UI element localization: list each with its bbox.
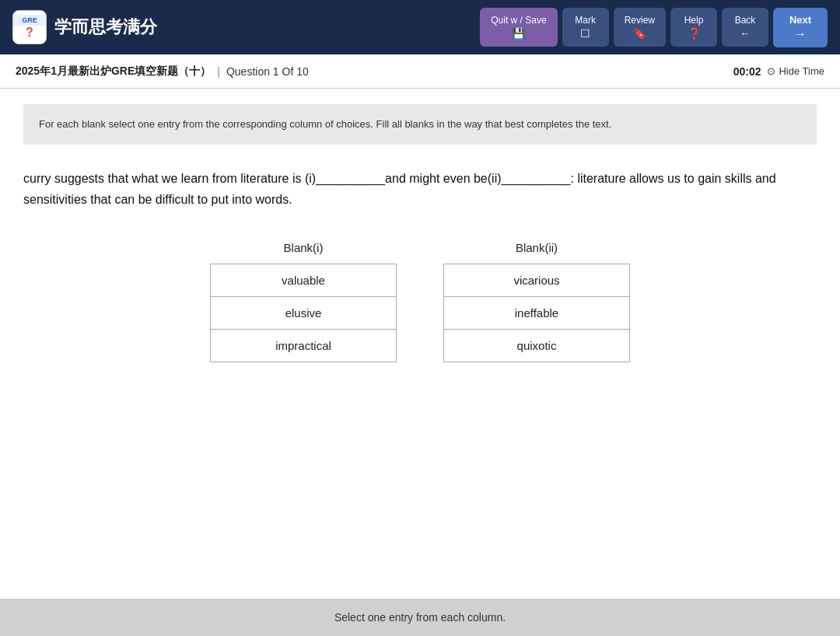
clock-icon: ⊙ xyxy=(767,65,775,77)
timer-display: 00:02 xyxy=(733,65,761,78)
back-arrow-icon: ← xyxy=(740,27,751,40)
help-button[interactable]: Help ❓ xyxy=(670,8,717,47)
review-button[interactable]: Review 🔖 xyxy=(614,8,666,47)
mark-label: Mark xyxy=(575,15,596,26)
next-button[interactable]: Next → xyxy=(773,8,828,47)
blank-i-options: valuable elusive impractical xyxy=(210,264,397,362)
review-icon: 🔖 xyxy=(633,27,646,40)
quit-save-label: Quit w / Save xyxy=(491,15,546,26)
blank-i-option-1[interactable]: elusive xyxy=(211,297,396,330)
save-icon: 💾 xyxy=(512,27,525,40)
blank-ii-header: Blank(ii) xyxy=(516,241,558,254)
bottom-bar-text: Select one entry from each column. xyxy=(334,611,506,624)
logo-text: 学而思考满分 xyxy=(54,16,157,39)
hide-time-button[interactable]: ⊙ Hide Time xyxy=(767,65,824,77)
header-buttons: Quit w / Save 💾 Mark ☐ Review 🔖 Help ❓ B… xyxy=(480,8,828,47)
blank-i-header: Blank(i) xyxy=(284,241,324,254)
logo-area: GRE ? 学而思考满分 xyxy=(12,10,471,44)
blank-i-option-2[interactable]: impractical xyxy=(211,330,396,362)
hide-time-label: Hide Time xyxy=(779,65,824,77)
blank-i-column: Blank(i) valuable elusive impractical xyxy=(210,241,397,362)
blanks-area: Blank(i) valuable elusive impractical Bl… xyxy=(23,241,817,362)
breadcrumb-title: 2025年1月最新出炉GRE填空新题（十） xyxy=(16,65,211,79)
blank-ii-options: vicarious ineffable quixotic xyxy=(443,264,630,362)
question-info: Question 1 Of 10 xyxy=(226,65,309,78)
back-label: Back xyxy=(735,15,756,26)
separator: | xyxy=(217,65,220,78)
logo-question-mark: ? xyxy=(26,26,33,40)
app-logo: GRE ? xyxy=(12,10,47,44)
question-text: curry suggests that what we learn from l… xyxy=(23,168,817,210)
sub-header-left: 2025年1月最新出炉GRE填空新题（十） | Question 1 Of 10 xyxy=(16,65,309,79)
main-content: For each blank select one entry from the… xyxy=(0,89,840,599)
header: GRE ? 学而思考满分 Quit w / Save 💾 Mark ☐ Revi… xyxy=(0,0,840,54)
instructions-text: For each blank select one entry from the… xyxy=(39,118,611,130)
blank-i-option-0[interactable]: valuable xyxy=(211,264,396,297)
review-label: Review xyxy=(625,15,655,26)
next-arrow-icon: → xyxy=(794,27,807,41)
bottom-bar: Select one entry from each column. xyxy=(0,599,840,636)
next-label: Next xyxy=(789,14,811,26)
instructions-box: For each blank select one entry from the… xyxy=(23,104,817,145)
mark-icon: ☐ xyxy=(580,27,590,40)
blank-ii-option-2[interactable]: quixotic xyxy=(444,330,629,362)
sub-header: 2025年1月最新出炉GRE填空新题（十） | Question 1 Of 10… xyxy=(0,54,840,89)
sub-header-right: 00:02 ⊙ Hide Time xyxy=(733,65,824,78)
help-label: Help xyxy=(684,15,704,26)
mark-button[interactable]: Mark ☐ xyxy=(562,8,609,47)
blank-ii-column: Blank(ii) vicarious ineffable quixotic xyxy=(443,241,630,362)
quit-save-button[interactable]: Quit w / Save 💾 xyxy=(480,8,557,47)
back-button[interactable]: Back ← xyxy=(722,8,768,47)
gre-label: GRE xyxy=(22,16,37,24)
blank-ii-option-1[interactable]: ineffable xyxy=(444,297,629,330)
blank-ii-option-0[interactable]: vicarious xyxy=(444,264,629,297)
help-icon: ❓ xyxy=(688,27,701,40)
